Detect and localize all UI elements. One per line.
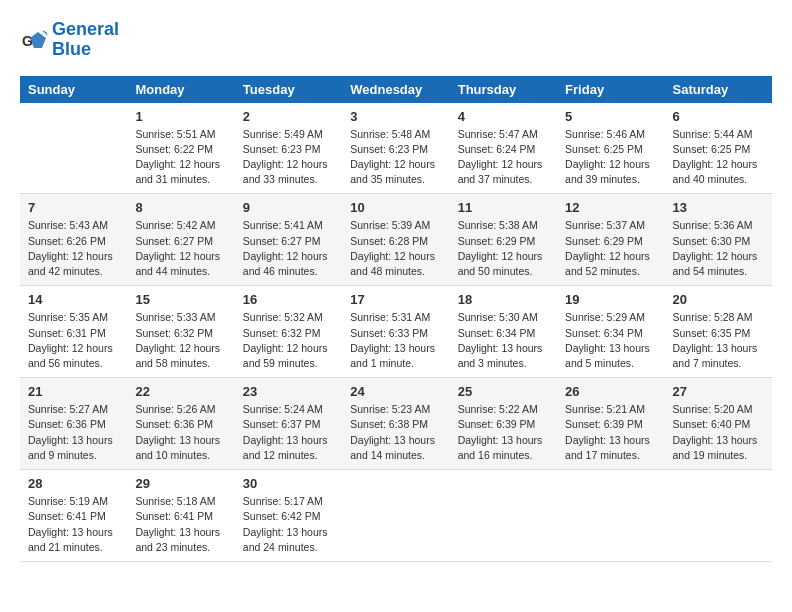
day-number: 2 [243, 109, 334, 124]
day-info: Sunrise: 5:48 AMSunset: 6:23 PMDaylight:… [350, 127, 441, 188]
day-info: Sunrise: 5:42 AMSunset: 6:27 PMDaylight:… [135, 218, 226, 279]
calendar-cell: 28Sunrise: 5:19 AMSunset: 6:41 PMDayligh… [20, 470, 127, 562]
day-info: Sunrise: 5:23 AMSunset: 6:38 PMDaylight:… [350, 402, 441, 463]
calendar-cell: 30Sunrise: 5:17 AMSunset: 6:42 PMDayligh… [235, 470, 342, 562]
day-number: 28 [28, 476, 119, 491]
day-info: Sunrise: 5:28 AMSunset: 6:35 PMDaylight:… [673, 310, 764, 371]
day-number: 15 [135, 292, 226, 307]
calendar-cell: 19Sunrise: 5:29 AMSunset: 6:34 PMDayligh… [557, 286, 664, 378]
day-number: 26 [565, 384, 656, 399]
day-number: 6 [673, 109, 764, 124]
calendar-cell: 17Sunrise: 5:31 AMSunset: 6:33 PMDayligh… [342, 286, 449, 378]
day-info: Sunrise: 5:22 AMSunset: 6:39 PMDaylight:… [458, 402, 549, 463]
header-day-monday: Monday [127, 76, 234, 103]
day-info: Sunrise: 5:36 AMSunset: 6:30 PMDaylight:… [673, 218, 764, 279]
calendar-cell: 11Sunrise: 5:38 AMSunset: 6:29 PMDayligh… [450, 194, 557, 286]
calendar-cell: 16Sunrise: 5:32 AMSunset: 6:32 PMDayligh… [235, 286, 342, 378]
day-number: 20 [673, 292, 764, 307]
calendar-cell: 10Sunrise: 5:39 AMSunset: 6:28 PMDayligh… [342, 194, 449, 286]
calendar-cell [450, 470, 557, 562]
day-number: 30 [243, 476, 334, 491]
day-number: 8 [135, 200, 226, 215]
calendar-cell: 14Sunrise: 5:35 AMSunset: 6:31 PMDayligh… [20, 286, 127, 378]
day-info: Sunrise: 5:29 AMSunset: 6:34 PMDaylight:… [565, 310, 656, 371]
week-row-1: 7Sunrise: 5:43 AMSunset: 6:26 PMDaylight… [20, 194, 772, 286]
header: G General Blue [20, 20, 772, 60]
logo: G General Blue [20, 20, 119, 60]
day-number: 14 [28, 292, 119, 307]
header-day-sunday: Sunday [20, 76, 127, 103]
logo-text: General Blue [52, 20, 119, 60]
calendar-cell: 23Sunrise: 5:24 AMSunset: 6:37 PMDayligh… [235, 378, 342, 470]
day-number: 10 [350, 200, 441, 215]
day-number: 23 [243, 384, 334, 399]
week-row-3: 21Sunrise: 5:27 AMSunset: 6:36 PMDayligh… [20, 378, 772, 470]
calendar-cell: 13Sunrise: 5:36 AMSunset: 6:30 PMDayligh… [665, 194, 772, 286]
calendar-cell: 4Sunrise: 5:47 AMSunset: 6:24 PMDaylight… [450, 103, 557, 194]
day-number: 9 [243, 200, 334, 215]
day-info: Sunrise: 5:41 AMSunset: 6:27 PMDaylight:… [243, 218, 334, 279]
header-day-saturday: Saturday [665, 76, 772, 103]
day-info: Sunrise: 5:32 AMSunset: 6:32 PMDaylight:… [243, 310, 334, 371]
calendar-cell: 8Sunrise: 5:42 AMSunset: 6:27 PMDaylight… [127, 194, 234, 286]
calendar-cell: 1Sunrise: 5:51 AMSunset: 6:22 PMDaylight… [127, 103, 234, 194]
day-number: 17 [350, 292, 441, 307]
day-info: Sunrise: 5:21 AMSunset: 6:39 PMDaylight:… [565, 402, 656, 463]
day-number: 18 [458, 292, 549, 307]
logo-icon: G [20, 26, 48, 54]
calendar-cell: 3Sunrise: 5:48 AMSunset: 6:23 PMDaylight… [342, 103, 449, 194]
calendar-table: SundayMondayTuesdayWednesdayThursdayFrid… [20, 76, 772, 562]
day-info: Sunrise: 5:51 AMSunset: 6:22 PMDaylight:… [135, 127, 226, 188]
calendar-cell: 5Sunrise: 5:46 AMSunset: 6:25 PMDaylight… [557, 103, 664, 194]
day-number: 12 [565, 200, 656, 215]
svg-marker-2 [42, 30, 48, 36]
header-day-friday: Friday [557, 76, 664, 103]
day-number: 29 [135, 476, 226, 491]
day-number: 5 [565, 109, 656, 124]
day-info: Sunrise: 5:24 AMSunset: 6:37 PMDaylight:… [243, 402, 334, 463]
calendar-cell: 12Sunrise: 5:37 AMSunset: 6:29 PMDayligh… [557, 194, 664, 286]
day-number: 19 [565, 292, 656, 307]
day-info: Sunrise: 5:30 AMSunset: 6:34 PMDaylight:… [458, 310, 549, 371]
day-number: 13 [673, 200, 764, 215]
day-info: Sunrise: 5:44 AMSunset: 6:25 PMDaylight:… [673, 127, 764, 188]
header-day-tuesday: Tuesday [235, 76, 342, 103]
calendar-cell: 21Sunrise: 5:27 AMSunset: 6:36 PMDayligh… [20, 378, 127, 470]
calendar-cell: 29Sunrise: 5:18 AMSunset: 6:41 PMDayligh… [127, 470, 234, 562]
header-day-wednesday: Wednesday [342, 76, 449, 103]
day-number: 25 [458, 384, 549, 399]
calendar-cell: 9Sunrise: 5:41 AMSunset: 6:27 PMDaylight… [235, 194, 342, 286]
day-number: 27 [673, 384, 764, 399]
calendar-cell [665, 470, 772, 562]
calendar-cell: 22Sunrise: 5:26 AMSunset: 6:36 PMDayligh… [127, 378, 234, 470]
day-info: Sunrise: 5:31 AMSunset: 6:33 PMDaylight:… [350, 310, 441, 371]
day-number: 4 [458, 109, 549, 124]
day-number: 3 [350, 109, 441, 124]
day-number: 7 [28, 200, 119, 215]
day-info: Sunrise: 5:49 AMSunset: 6:23 PMDaylight:… [243, 127, 334, 188]
calendar-cell: 24Sunrise: 5:23 AMSunset: 6:38 PMDayligh… [342, 378, 449, 470]
calendar-cell: 2Sunrise: 5:49 AMSunset: 6:23 PMDaylight… [235, 103, 342, 194]
day-info: Sunrise: 5:17 AMSunset: 6:42 PMDaylight:… [243, 494, 334, 555]
calendar-cell: 25Sunrise: 5:22 AMSunset: 6:39 PMDayligh… [450, 378, 557, 470]
week-row-2: 14Sunrise: 5:35 AMSunset: 6:31 PMDayligh… [20, 286, 772, 378]
day-info: Sunrise: 5:20 AMSunset: 6:40 PMDaylight:… [673, 402, 764, 463]
day-info: Sunrise: 5:37 AMSunset: 6:29 PMDaylight:… [565, 218, 656, 279]
calendar-cell: 6Sunrise: 5:44 AMSunset: 6:25 PMDaylight… [665, 103, 772, 194]
day-number: 11 [458, 200, 549, 215]
calendar-cell [557, 470, 664, 562]
calendar-cell: 27Sunrise: 5:20 AMSunset: 6:40 PMDayligh… [665, 378, 772, 470]
calendar-cell: 15Sunrise: 5:33 AMSunset: 6:32 PMDayligh… [127, 286, 234, 378]
day-info: Sunrise: 5:35 AMSunset: 6:31 PMDaylight:… [28, 310, 119, 371]
calendar-cell: 18Sunrise: 5:30 AMSunset: 6:34 PMDayligh… [450, 286, 557, 378]
day-info: Sunrise: 5:26 AMSunset: 6:36 PMDaylight:… [135, 402, 226, 463]
day-info: Sunrise: 5:19 AMSunset: 6:41 PMDaylight:… [28, 494, 119, 555]
day-info: Sunrise: 5:47 AMSunset: 6:24 PMDaylight:… [458, 127, 549, 188]
header-row: SundayMondayTuesdayWednesdayThursdayFrid… [20, 76, 772, 103]
day-number: 16 [243, 292, 334, 307]
day-info: Sunrise: 5:33 AMSunset: 6:32 PMDaylight:… [135, 310, 226, 371]
calendar-cell [342, 470, 449, 562]
week-row-4: 28Sunrise: 5:19 AMSunset: 6:41 PMDayligh… [20, 470, 772, 562]
header-day-thursday: Thursday [450, 76, 557, 103]
day-number: 1 [135, 109, 226, 124]
